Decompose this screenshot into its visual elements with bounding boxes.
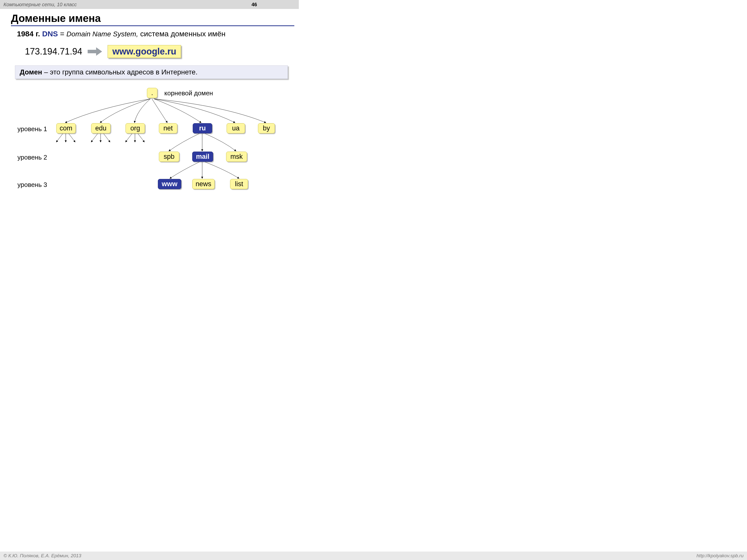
node-msk: msk: [226, 152, 247, 162]
slide-title: Доменные имена: [11, 12, 299, 24]
node-www: www: [158, 179, 181, 189]
dns-russian: система доменных имён: [140, 30, 226, 38]
node-root: .: [147, 88, 157, 98]
svg-line-8: [138, 134, 145, 142]
node-list: list: [230, 179, 248, 189]
node-org: org: [126, 123, 145, 133]
dns-english: Domain Name System,: [67, 30, 138, 38]
google-domain-box: www.google.ru: [108, 45, 181, 58]
level-3-label: уровень 3: [18, 181, 47, 189]
ip-address: 173.194.71.94: [25, 46, 82, 57]
ip-to-domain-row: 173.194.71.94 www.google.ru: [25, 45, 299, 58]
level-1-label: уровень 1: [18, 125, 47, 133]
definition-term: Домен: [20, 68, 42, 76]
title-underline: [11, 25, 294, 26]
domain-tree: . корневой домен уровень 1 уровень 2 уро…: [7, 86, 291, 201]
dns-abbrev: DNS: [42, 30, 58, 38]
node-mail: mail: [192, 152, 213, 162]
year: 1984 г.: [17, 30, 40, 38]
arrow-right-icon: [88, 47, 102, 56]
node-ru: ru: [193, 123, 212, 133]
course-title: Компьютерные сети, 10 класс: [3, 2, 77, 7]
equals: =: [60, 30, 65, 38]
node-by: by: [258, 123, 275, 133]
svg-line-2: [69, 134, 75, 142]
svg-line-3: [91, 134, 98, 142]
svg-line-0: [56, 134, 63, 142]
dns-definition-line: 1984 г. DNS = Domain Name System, систем…: [17, 30, 299, 38]
node-com: com: [56, 123, 76, 133]
node-net: net: [159, 123, 177, 133]
node-news: news: [192, 179, 215, 189]
node-edu: edu: [91, 123, 110, 133]
node-spb: spb: [159, 152, 179, 162]
svg-line-6: [126, 134, 132, 142]
root-label: корневой домен: [164, 89, 213, 97]
svg-line-5: [104, 134, 110, 142]
node-ua: ua: [227, 123, 245, 133]
page-number: 46: [252, 2, 257, 7]
domain-definition-box: Домен – это группа символьных адресов в …: [15, 65, 288, 79]
level-2-label: уровень 2: [18, 154, 47, 161]
definition-rest: – это группа символьных адресов в Интерн…: [42, 68, 198, 76]
